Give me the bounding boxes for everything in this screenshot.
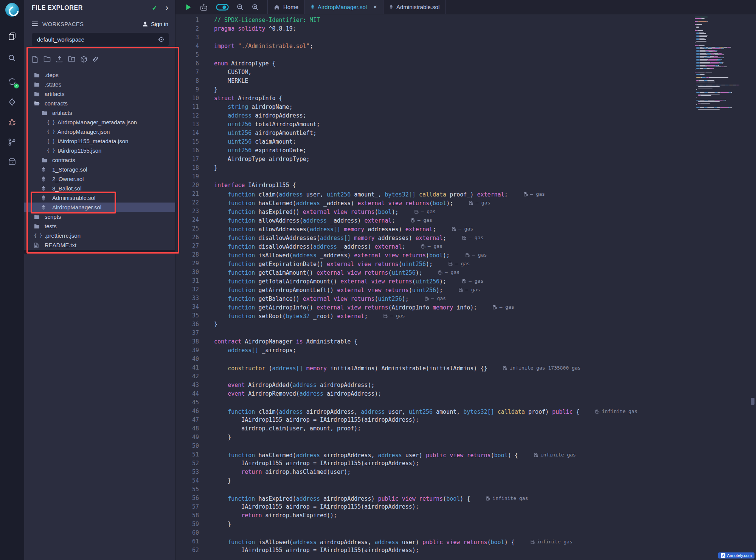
chevron-right-icon[interactable]: › [166, 4, 168, 12]
code-line-54[interactable]: 54 } [175, 476, 748, 485]
code-line-58[interactable]: 58 return airdrop.hasExpired(); [175, 511, 748, 520]
code-line-45[interactable]: 45 [175, 398, 748, 407]
code-line-36[interactable]: 36} [175, 320, 748, 329]
code-line-2[interactable]: 2pragma solidity ^0.8.19; [175, 25, 748, 33]
tab-home[interactable]: Home [268, 0, 305, 14]
run-script-button[interactable] [185, 4, 192, 11]
code-line-46[interactable]: 46 function claim(address airdropAddress… [175, 407, 748, 416]
tree-item-iairdrop1155-json[interactable]: { }IAirdrop1155.json [24, 146, 175, 155]
code-line-35[interactable]: 35 function setRoot(bytes32 _root) exter… [175, 311, 748, 320]
code-line-31[interactable]: 31 function getTotalAirdropAmount() exte… [175, 277, 748, 285]
tree-item-artifacts[interactable]: artifacts [24, 108, 175, 118]
code-line-30[interactable]: 30 function getClaimAmount() external vi… [175, 268, 748, 277]
minimap[interactable] [695, 17, 748, 110]
search-icon[interactable] [5, 51, 20, 66]
workspace-settings-icon[interactable] [158, 36, 165, 43]
code-line-29[interactable]: 29 function getExpirationDate() external… [175, 259, 748, 268]
code-line-33[interactable]: 33 function getBalance() external view r… [175, 294, 748, 303]
code-line-42[interactable]: 42 [175, 372, 748, 381]
new-folder-icon[interactable] [43, 56, 51, 63]
code-line-48[interactable]: 48 airdrop.claim(user, amount, proof); [175, 424, 748, 433]
new-file-icon[interactable] [32, 56, 38, 63]
code-line-43[interactable]: 43 event AirdropAdded(address airdropAdd… [175, 381, 748, 390]
menu-icon[interactable] [32, 21, 38, 26]
upload-folder-icon[interactable] [68, 56, 75, 63]
code-line-51[interactable]: 51 function hasClaimed(address airdropAd… [175, 450, 748, 459]
tree-item-airdropmanager-metadata-json[interactable]: { }AirdropManager_metadata.json [24, 118, 175, 127]
tree-item-contracts[interactable]: contracts [24, 155, 175, 165]
code-line-11[interactable]: 11 string airdropName; [175, 103, 748, 111]
code-line-17[interactable]: 17 AirdropType airdropType; [175, 155, 748, 164]
code-line-55[interactable]: 55 [175, 485, 748, 494]
tree-item-iairdrop1155-metadata-json[interactable]: { }IAirdrop1155_metadata.json [24, 136, 175, 146]
code-line-40[interactable]: 40 [175, 355, 748, 364]
code-line-8[interactable]: 8 MERKLE [175, 77, 748, 85]
close-tab-icon[interactable]: × [373, 4, 377, 10]
code-line-14[interactable]: 14 uint256 airdropAmountLeft; [175, 129, 748, 138]
code-line-49[interactable]: 49 } [175, 433, 748, 442]
solidity-compiler-icon[interactable]: ✓ [5, 74, 20, 89]
code-editor[interactable]: 1// SPDX-License-Identifier: MIT2pragma … [175, 14, 748, 560]
tree-item-readme-txt[interactable]: README.txt [24, 240, 175, 250]
remix-ai-icon[interactable] [199, 3, 208, 11]
sign-in-button[interactable]: Sign in [142, 21, 168, 27]
code-line-12[interactable]: 12 address airdropAddress; [175, 111, 748, 120]
tree-item-states[interactable]: .states [24, 80, 175, 89]
code-line-60[interactable]: 60 [175, 529, 748, 537]
code-line-23[interactable]: 23 function hasExpired() external view r… [175, 207, 748, 216]
tree-item-scripts[interactable]: scripts [24, 212, 175, 221]
code-line-59[interactable]: 59 } [175, 520, 748, 529]
code-line-28[interactable]: 28 function isAllowed(address _address) … [175, 251, 748, 259]
code-line-47[interactable]: 47 IAirdrop1155 airdrop = IAirdrop1155(a… [175, 416, 748, 424]
code-line-25[interactable]: 25 function allowAddresses(address[] mem… [175, 224, 748, 233]
deploy-run-icon[interactable] [5, 94, 20, 110]
copilot-toggle[interactable] [216, 4, 229, 11]
code-line-57[interactable]: 57 IAirdrop1155 airdrop = IAirdrop1155(a… [175, 503, 748, 511]
tree-item-contracts[interactable]: contracts [24, 99, 175, 108]
code-line-52[interactable]: 52 IAirdrop1155 airdrop = IAirdrop1155(a… [175, 459, 748, 468]
code-line-1[interactable]: 1// SPDX-License-Identifier: MIT [175, 16, 748, 25]
code-line-53[interactable]: 53 return airdrop.hasClaimed(user); [175, 468, 748, 476]
code-line-39[interactable]: 39 address[] _airdrops; [175, 346, 748, 355]
code-line-41[interactable]: 41 constructor (address[] memory initial… [175, 364, 748, 372]
code-line-5[interactable]: 5 [175, 51, 748, 59]
workspace-selector[interactable]: default_workspace [32, 33, 169, 46]
code-line-9[interactable]: 9} [175, 85, 748, 94]
editor-scrollbar[interactable] [748, 14, 756, 560]
code-line-44[interactable]: 44 event AirdropRemoved(address airdropA… [175, 390, 748, 398]
code-line-4[interactable]: 4import "./Administrable.sol"; [175, 42, 748, 51]
upload-file-icon[interactable] [56, 56, 63, 63]
zoom-in-icon[interactable] [251, 3, 259, 11]
tree-item-2-owner-sol[interactable]: 2_Owner.sol [24, 174, 175, 184]
code-line-50[interactable]: 50 [175, 442, 748, 450]
code-line-3[interactable]: 3 [175, 33, 748, 42]
code-line-62[interactable]: 62 IAirdrop1155 airdrop = IAirdrop1155(a… [175, 546, 748, 555]
ipfs-box-icon[interactable] [81, 56, 87, 63]
plugin-manager-icon[interactable] [5, 154, 20, 169]
code-line-19[interactable]: 19 [175, 172, 748, 181]
code-line-16[interactable]: 16 uint256 expirationDate; [175, 146, 748, 155]
code-line-18[interactable]: 18} [175, 164, 748, 172]
code-line-20[interactable]: 20interface IAirdrop1155 { [175, 181, 748, 190]
code-line-38[interactable]: 38contract AirdropManager is Administrab… [175, 337, 748, 346]
tree-item-administrable-sol[interactable]: Administrable.sol [24, 193, 175, 203]
tree-item-1-storage-sol[interactable]: 1_Storage.sol [24, 165, 175, 174]
code-line-10[interactable]: 10struct AirdropInfo { [175, 94, 748, 103]
code-line-34[interactable]: 34 function getAirdropInfo() external vi… [175, 303, 748, 311]
link-icon[interactable] [92, 56, 99, 63]
tab-airdropmanager-sol[interactable]: AirdropManager.sol× [305, 0, 383, 14]
code-line-15[interactable]: 15 uint256 claimAmount; [175, 138, 748, 146]
git-icon[interactable] [5, 135, 20, 150]
tree-item-airdropmanager-sol[interactable]: AirdropManager.sol [24, 203, 175, 212]
code-line-21[interactable]: 21 function claim(address user, uint256 … [175, 190, 748, 198]
tree-item-3-ballot-sol[interactable]: 3_Ballot.sol [24, 184, 175, 193]
code-line-61[interactable]: 61 function isAllowed(address airdropAdd… [175, 537, 748, 546]
code-line-24[interactable]: 24 function allowAddress(address _addres… [175, 216, 748, 224]
code-line-26[interactable]: 26 function disallowAddresses(address[] … [175, 233, 748, 242]
remix-logo[interactable] [5, 3, 19, 17]
code-line-7[interactable]: 7 CUSTOM, [175, 68, 748, 77]
code-line-13[interactable]: 13 uint256 totalAirdropAmount; [175, 120, 748, 129]
tree-item-prettierrc-json[interactable]: { }.prettierrc.json [24, 231, 175, 240]
code-line-32[interactable]: 32 function getAirdropAmountLeft() exter… [175, 285, 748, 294]
scrollbar-thumb[interactable] [751, 398, 754, 405]
